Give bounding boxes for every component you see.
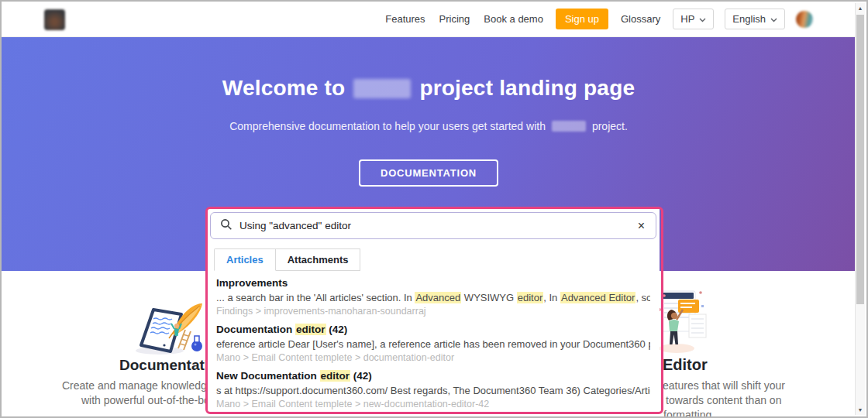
close-icon[interactable]: × — [636, 220, 646, 232]
hero-subtitle: Comprehensive documentation to help your… — [229, 120, 628, 132]
result-snippet: eference article Dear [User's name], a r… — [216, 338, 650, 350]
scrollbar-thumb[interactable] — [856, 15, 864, 304]
result-title: Improvements — [216, 277, 650, 289]
nav-links: Features Pricing Book a demo Sign up Glo… — [384, 2, 813, 36]
redacted-project-name-small — [552, 121, 586, 132]
vertical-scrollbar[interactable]: ▲ ▼ — [855, 3, 865, 415]
user-avatar[interactable] — [796, 11, 813, 28]
search-result-improvements[interactable]: Improvements ... a search bar in the 'Al… — [216, 277, 650, 317]
feature-text-line: with powerful out-of-the-bo — [81, 394, 210, 406]
top-nav-bar: Features Pricing Book a demo Sign up Glo… — [2, 2, 857, 37]
feature-text-line: Create and manage knowledge — [62, 379, 213, 392]
result-snippet: s at https://support.document360.com/ Be… — [216, 385, 650, 396]
scroll-up-icon[interactable]: ▲ — [856, 3, 865, 13]
redacted-project-name — [353, 79, 411, 98]
search-input[interactable]: Using "advanced" editor × — [210, 212, 656, 239]
documentation-illustration — [130, 297, 206, 362]
search-results-panel: Using "advanced" editor × Articles Attac… — [207, 209, 660, 416]
scroll-down-icon[interactable]: ▼ — [856, 405, 865, 415]
site-logo[interactable] — [44, 9, 65, 30]
result-snippet: ... a search bar in the 'All articles' s… — [216, 292, 650, 303]
version-dropdown-value: HP — [680, 13, 694, 25]
result-breadcrumb: Mano > Email Content templete > document… — [216, 352, 650, 364]
nav-book-a-demo[interactable]: Book a demo — [482, 13, 545, 25]
nav-glossary[interactable]: Glossary — [619, 13, 662, 25]
editor-illustration — [656, 286, 709, 359]
chevron-down-icon — [699, 13, 706, 25]
chevron-down-icon — [770, 13, 777, 25]
result-breadcrumb: Findings > improvements-manoharan-sounda… — [216, 306, 650, 317]
result-title: Documentation editor (42) — [216, 324, 650, 335]
hero-subtitle-prefix: Comprehensive documentation to help your… — [229, 120, 546, 132]
tab-articles[interactable]: Articles — [214, 248, 276, 271]
result-title: New Documentation editor (42) — [216, 370, 650, 382]
tab-attachments[interactable]: Attachments — [276, 248, 361, 271]
search-results-list: Improvements ... a search bar in the 'Al… — [210, 271, 656, 416]
language-dropdown-value: English — [732, 13, 766, 25]
nav-features[interactable]: Features — [384, 13, 426, 25]
nav-pricing[interactable]: Pricing — [438, 13, 472, 25]
hero-title-suffix: project landing page — [419, 76, 635, 101]
feature-heading-editor: Editor — [663, 356, 708, 374]
documentation-button[interactable]: DOCUMENTATION — [359, 159, 498, 187]
search-query-text: Using "advanced" editor — [239, 220, 629, 231]
result-breadcrumb: Mano > Email Content templete > new-docu… — [216, 399, 650, 410]
feature-text-line: eatures that will shift your — [663, 379, 785, 392]
search-icon — [220, 218, 232, 234]
search-result-documentation-editor[interactable]: Documentation editor (42) eference artic… — [216, 324, 650, 364]
feature-text-line: formatting. — [663, 409, 715, 418]
language-dropdown[interactable]: English — [725, 9, 785, 29]
search-result-new-documentation-editor[interactable]: New Documentation editor (42) s at https… — [216, 370, 650, 410]
browser-window: Features Pricing Book a demo Sign up Glo… — [0, 0, 868, 418]
hero-title-prefix: Welcome to — [222, 76, 346, 101]
version-dropdown[interactable]: HP — [673, 9, 714, 29]
hero-subtitle-suffix: project. — [592, 120, 628, 132]
search-tabs: Articles Attachments — [214, 248, 360, 271]
feature-text-line: towards content than on — [666, 394, 781, 406]
hero-title: Welcome to project landing page — [222, 76, 635, 101]
signup-button[interactable]: Sign up — [556, 9, 608, 29]
